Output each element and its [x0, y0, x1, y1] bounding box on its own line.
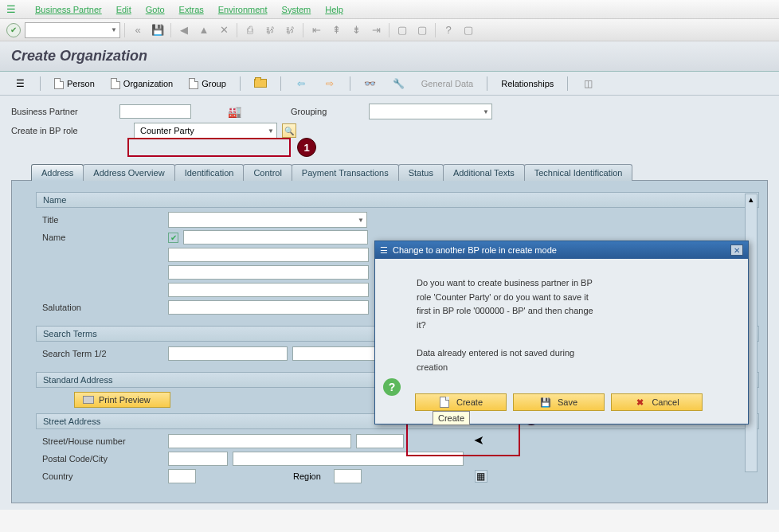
- role-select[interactable]: Counter Party▼: [134, 123, 277, 139]
- tab-additional-texts[interactable]: Additional Texts: [443, 164, 525, 181]
- last-page-icon[interactable]: ⇥: [367, 22, 385, 38]
- more-fields-icon[interactable]: ▦: [475, 470, 487, 483]
- tab-control[interactable]: Control: [243, 164, 292, 181]
- enter-button[interactable]: ✔: [6, 23, 21, 37]
- nav-cancel-icon[interactable]: ✕: [215, 22, 233, 38]
- dialog-text-2: role 'Counter Party' or do you want to s…: [417, 291, 732, 305]
- postal-input[interactable]: [168, 452, 228, 466]
- open-button[interactable]: [249, 76, 272, 92]
- back-icon[interactable]: «: [129, 22, 147, 38]
- cancel-icon: ✖: [634, 397, 645, 408]
- dialog-title-text: Change to another BP role in create mode: [393, 245, 557, 255]
- page-title: Create Organization: [11, 48, 147, 64]
- title-bar: Create Organization: [0, 41, 779, 72]
- dialog-save-button[interactable]: 💾 Save: [513, 393, 605, 411]
- grouping-select[interactable]: ▼: [369, 104, 492, 119]
- dialog-body: ? Do you want to create business partner…: [375, 259, 748, 385]
- bp-label: Business Partner: [11, 107, 115, 116]
- printer-icon: [83, 396, 94, 404]
- locator-button[interactable]: ☰: [8, 76, 32, 92]
- street-house-label: Street/House number: [42, 436, 163, 446]
- city-input[interactable]: [233, 452, 464, 466]
- person-button[interactable]: Person: [49, 76, 100, 92]
- doc-icon: [440, 397, 449, 408]
- tab-status[interactable]: Status: [398, 164, 444, 181]
- name-input-1[interactable]: [183, 230, 368, 244]
- layout-icon[interactable]: ▢: [460, 22, 477, 38]
- application-toolbar: ☰ Person Organization Group ⇦ ⇨ 👓 🔧 Gene…: [0, 72, 779, 96]
- bp-input[interactable]: [119, 104, 191, 119]
- dialog-create-button[interactable]: Create: [415, 393, 507, 411]
- find-next-icon[interactable]: 🝳: [281, 22, 299, 38]
- save-icon: 💾: [540, 397, 551, 408]
- name-input-2[interactable]: [168, 248, 369, 262]
- help-icon[interactable]: ?: [440, 22, 457, 38]
- save-icon[interactable]: 💾: [149, 22, 166, 38]
- name-input-4[interactable]: [168, 283, 369, 297]
- dialog-titlebar: ☰ Change to another BP role in create mo…: [375, 241, 748, 259]
- role-search-button[interactable]: 🔍: [282, 123, 296, 138]
- tab-identification[interactable]: Identification: [174, 164, 245, 181]
- salutation-input[interactable]: [168, 300, 369, 315]
- doc-icon: [111, 78, 120, 89]
- title-select[interactable]: ▼: [168, 212, 367, 228]
- nav-back-icon[interactable]: ◀: [175, 22, 193, 38]
- doc-icon: [189, 78, 198, 89]
- country-label: Country: [42, 471, 163, 481]
- factory-icon[interactable]: 🏭: [228, 105, 241, 118]
- first-page-icon[interactable]: ⇤: [307, 22, 325, 38]
- dialog-title-icon: ☰: [380, 245, 388, 256]
- extra-button[interactable]: ◫: [576, 76, 600, 92]
- find-icon[interactable]: 🝳: [261, 22, 279, 38]
- arrow-left-button[interactable]: ⇦: [289, 76, 313, 92]
- name-input-3[interactable]: [168, 265, 369, 280]
- settings-button[interactable]: 🔧: [387, 76, 411, 92]
- wrench-icon: 🔧: [393, 77, 405, 90]
- dialog-close-button[interactable]: ✕: [730, 244, 743, 256]
- menu-system[interactable]: System: [282, 5, 311, 14]
- house-input[interactable]: [356, 434, 404, 448]
- role-label: Create in BP role: [11, 126, 115, 135]
- menu-icon[interactable]: ☰: [6, 3, 16, 15]
- country-input[interactable]: [168, 469, 196, 483]
- region-input[interactable]: [334, 469, 362, 483]
- tab-payment-transactions[interactable]: Payment Transactions: [292, 164, 399, 181]
- arrow-right-button[interactable]: ⇨: [318, 76, 342, 92]
- name-checkbox[interactable]: ✔: [168, 233, 178, 243]
- menu-environment[interactable]: Environment: [218, 5, 268, 14]
- arrow-right-icon: ⇨: [323, 77, 336, 90]
- dialog-text-5: Data already entered is not saved during: [417, 346, 732, 361]
- folder-icon: [254, 79, 267, 88]
- title-label: Title: [42, 215, 163, 225]
- menu-edit[interactable]: Edit: [116, 5, 131, 14]
- dialog-cancel-button[interactable]: ✖ Cancel: [611, 393, 703, 411]
- dialog-text-4: it?: [417, 319, 732, 333]
- relationships-button[interactable]: Relationships: [495, 76, 559, 92]
- menu-extras[interactable]: Extras: [179, 5, 204, 14]
- group-button[interactable]: Group: [183, 76, 232, 92]
- extra-icon: ◫: [581, 77, 594, 90]
- print-icon[interactable]: ⎙: [241, 22, 259, 38]
- salutation-label: Salutation: [42, 303, 163, 312]
- next-page-icon[interactable]: ⇟: [347, 22, 365, 38]
- prev-page-icon[interactable]: ⇞: [327, 22, 345, 38]
- menu-goto[interactable]: Goto: [146, 5, 165, 14]
- tab-address[interactable]: Address: [31, 164, 84, 181]
- check-button[interactable]: 👓: [358, 76, 382, 92]
- nav-exit-icon[interactable]: ▲: [195, 22, 213, 38]
- print-preview-button[interactable]: Print Preview: [74, 392, 170, 408]
- shortcut-icon[interactable]: ▢: [413, 22, 431, 38]
- standard-toolbar: ✔ ▼ « 💾 ◀ ▲ ✕ ⎙ 🝳 🝳 ⇤ ⇞ ⇟ ⇥ ▢ ▢ ? ▢: [0, 19, 779, 41]
- street-input[interactable]: [168, 434, 351, 448]
- organization-button[interactable]: Organization: [105, 76, 178, 92]
- callout-1: 1: [297, 138, 316, 157]
- tab-technical-identification[interactable]: Technical Identification: [524, 164, 633, 181]
- tab-address-overview[interactable]: Address Overview: [83, 164, 174, 181]
- arrow-left-icon: ⇦: [295, 77, 307, 90]
- glasses-icon: 👓: [364, 77, 377, 90]
- command-field[interactable]: ▼: [25, 22, 120, 38]
- search-term-1-input[interactable]: [168, 346, 288, 361]
- new-session-icon[interactable]: ▢: [393, 22, 411, 38]
- menu-business-partner[interactable]: Business Partner: [35, 5, 102, 14]
- menu-help[interactable]: Help: [325, 5, 343, 14]
